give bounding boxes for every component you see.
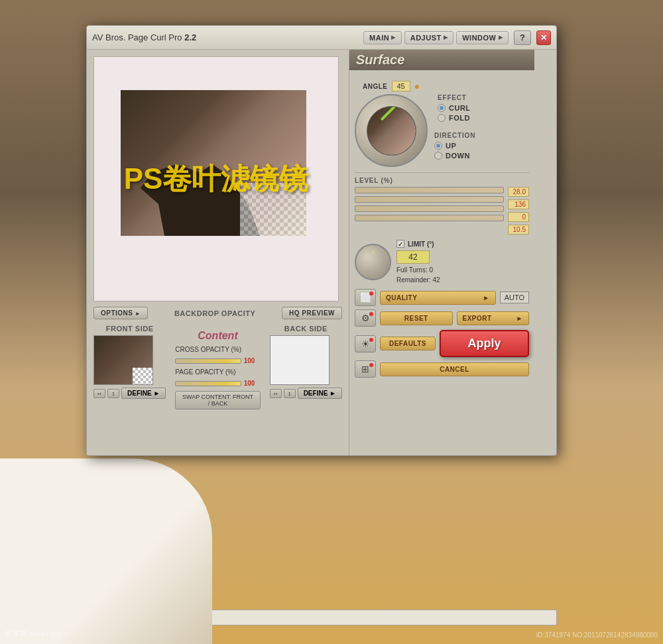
remainder-text: Remainder: 42 [396, 276, 440, 284]
icon-btn-3[interactable]: ☀ [355, 335, 376, 352]
title-bar: AV Bros. Page Curl Pro 2.2 MAIN ▶ ADJUST… [87, 26, 556, 50]
level-value-4[interactable]: 10.5 [508, 225, 529, 235]
quality-arrow: ► [483, 294, 489, 301]
sun-icon: ☀ [361, 339, 370, 349]
angle-knob[interactable] [355, 94, 428, 167]
level-value-2[interactable]: 136 [508, 199, 529, 209]
cross-opacity-bar-row: 100 [175, 357, 260, 364]
level-bar-2[interactable] [355, 196, 504, 203]
page-opacity-label: PAGE OPACITY (%) [175, 368, 235, 376]
fold-radio[interactable] [438, 114, 446, 122]
main-menu-button[interactable]: MAIN ▶ [363, 31, 402, 44]
auto-label: AUTO [500, 292, 529, 303]
main-menu-arrow: ▶ [391, 34, 396, 40]
back-flip-v-button[interactable]: ↕ [284, 389, 296, 398]
window-menu-arrow: ▶ [499, 34, 503, 40]
level-sliders [355, 187, 504, 235]
reset-button[interactable]: RESET [380, 311, 453, 325]
fold-radio-row: FOLD [438, 114, 475, 122]
back-side-label: BACK SIDE [270, 325, 342, 333]
down-radio[interactable] [434, 152, 442, 160]
grid-icon: ⊞ [361, 364, 369, 374]
defaults-button[interactable]: DEFAULTS [380, 337, 436, 350]
up-radio-row: UP [434, 142, 475, 150]
action-buttons: ⬜ QUALITY ► AUTO ⚙ RESET [355, 289, 529, 378]
limit-section: ✓ LIMIT (°) 42 Full Turns: 0 Remainder: … [396, 240, 440, 284]
quality-row: ⬜ QUALITY ► AUTO [355, 289, 529, 306]
close-button[interactable]: ✕ [536, 30, 551, 45]
angle-value-box[interactable]: 45 [392, 81, 410, 91]
surface-title-text: Surface [356, 52, 404, 67]
swap-content-button[interactable]: SWAP CONTENT: FRONT / BACK [175, 391, 260, 409]
back-define-button[interactable]: DEFINE ► [298, 388, 342, 399]
level-slider-3 [355, 205, 504, 212]
transparency-checker [240, 183, 306, 236]
limit-checkbox[interactable]: ✓ [396, 240, 404, 248]
page-opacity-slider[interactable] [175, 381, 241, 386]
front-flip-v-button[interactable]: ↕ [107, 389, 119, 398]
level-slider-2 [355, 196, 504, 203]
export-arrow: ► [516, 315, 523, 322]
main-content-area: PS卷叶滤镜镜 OPTIONS ► BACKDROP OPACITY HQ PR… [87, 50, 556, 455]
icon-btn-2[interactable]: ⚙ [355, 309, 376, 327]
up-radio[interactable] [434, 142, 442, 150]
content-title: Content [175, 330, 260, 342]
level-rows: 28.0 136 0 10.5 [355, 187, 529, 235]
level-bar-3[interactable] [355, 205, 504, 212]
curl-label: CURL [449, 104, 471, 112]
cancel-row: ⊞ CANCEL [355, 360, 529, 378]
back-thumb-controls: ↔ ↕ DEFINE ► [270, 388, 342, 399]
level-slider-4 [355, 215, 504, 221]
level-header: LEVEL (%) [355, 177, 529, 184]
window-menu-button[interactable]: WINDOW ▶ [456, 31, 509, 44]
apply-button[interactable]: Apply [440, 330, 529, 357]
effect-direction-panel: EFFECT CURL FOLD DIRECTION [434, 94, 475, 162]
right-panel: Surface ANGLE 45 ● [349, 50, 534, 455]
front-side-label: FRONT SIDE [93, 325, 166, 333]
icon-btn-1[interactable]: ⬜ [355, 289, 376, 306]
cancel-button[interactable]: CANCEL [380, 362, 529, 376]
effect-label: EFFECT [438, 94, 475, 101]
footer-id: ID:3741974 NO:20110726142834980000 [536, 631, 658, 639]
page-opacity-bar-row: 100 [175, 380, 260, 387]
front-thumbnail [93, 335, 153, 385]
level-section: LEVEL (%) [355, 172, 529, 235]
export-button[interactable]: EXPORT ► [457, 311, 530, 325]
down-radio-row: DOWN [434, 152, 475, 160]
adjust-menu-arrow: ▶ [444, 34, 448, 40]
limit-value-box[interactable]: 42 [396, 250, 430, 264]
cross-opacity-value: 100 [244, 357, 261, 364]
front-define-button[interactable]: DEFINE ► [121, 388, 166, 399]
quality-button[interactable]: QUALITY ► [380, 291, 496, 305]
options-arrow: ► [135, 311, 141, 317]
level-slider-1 [355, 187, 504, 193]
help-button[interactable]: ? [514, 30, 531, 45]
icon-btn-3-dot [369, 338, 373, 342]
turns-knob[interactable] [355, 244, 391, 280]
level-bar-1[interactable] [355, 187, 504, 193]
curl-radio[interactable] [438, 104, 446, 112]
front-flip-h-button[interactable]: ↔ [93, 389, 105, 398]
surface-title-bar: Surface [349, 50, 534, 70]
angle-knob-area: ANGLE 45 ● [355, 81, 428, 167]
defaults-cancel-apply-row: ☀ DEFAULTS Apply [355, 330, 529, 357]
icon-btn-4[interactable]: ⊞ [355, 360, 376, 378]
preview-image [121, 90, 306, 236]
menu-bar: MAIN ▶ ADJUST ▶ WINDOW ▶ [363, 31, 509, 44]
options-button[interactable]: OPTIONS ► [93, 307, 148, 319]
hq-preview-button[interactable]: HQ PREVIEW [282, 307, 342, 319]
cross-opacity-row: CROSS OPACITY (%) [175, 346, 260, 353]
page-opacity-row: PAGE OPACITY (%) [175, 368, 260, 376]
back-flip-h-button[interactable]: ↔ [270, 389, 282, 398]
cross-opacity-slider[interactable] [175, 358, 241, 364]
curl-radio-row: CURL [438, 104, 475, 112]
adjust-menu-button[interactable]: ADJUST ▶ [404, 31, 454, 44]
angle-indicator-line [381, 107, 402, 121]
level-value-1[interactable]: 28.0 [508, 187, 529, 197]
direction-section: DIRECTION UP DOWN [434, 132, 475, 162]
level-value-3[interactable]: 0 [508, 212, 529, 222]
full-turns-text: Full Turns: 0 [396, 266, 440, 274]
angle-knob-inner [367, 106, 416, 156]
front-side-panel: FRONT SIDE ↔ ↕ DEFINE ► [93, 325, 166, 399]
level-bar-4[interactable] [355, 215, 504, 221]
